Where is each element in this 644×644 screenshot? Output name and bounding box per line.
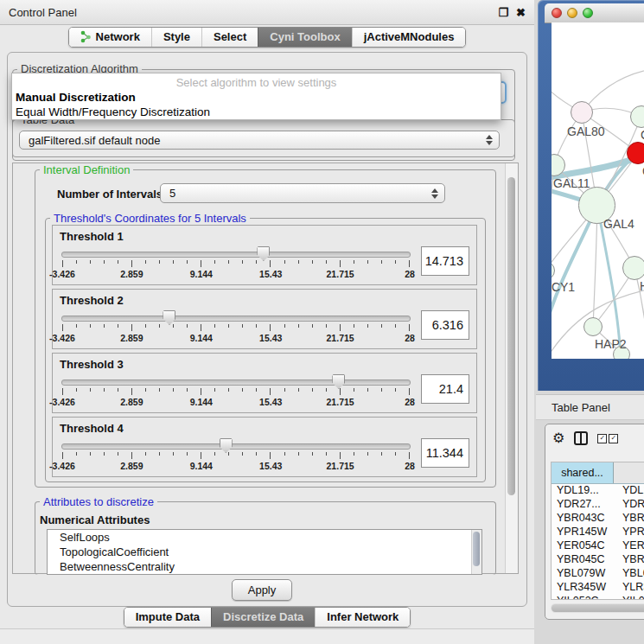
threshold-value-field[interactable]: 6.316	[421, 310, 469, 340]
node-label-gal11: GAL11	[553, 176, 590, 190]
tab-select[interactable]: Select	[201, 28, 258, 47]
cell-name: YBR0	[614, 553, 644, 567]
checkbox-checked-icon[interactable]: ✓	[597, 434, 607, 443]
table-row[interactable]: YDL19... YDL1	[552, 484, 644, 498]
column-header-name[interactable]: n	[614, 462, 644, 483]
top-tab-bar: Network Style Select Cyni Toolbox jActiv…	[0, 27, 534, 48]
table-row[interactable]: YBR043C YBR0	[552, 512, 644, 526]
tab-infer-network[interactable]: Infer Network	[315, 608, 410, 627]
cell-name: YBR0	[614, 512, 644, 526]
cell-shared-name: YPR145W	[552, 526, 614, 539]
dropdown-option-manual-discretization[interactable]: Manual Discretization	[12, 90, 501, 105]
node-hap2[interactable]	[583, 317, 603, 336]
slider-thumb[interactable]	[257, 246, 270, 261]
threshold-row: Threshold 4 -3.426 2.859 9.144 15.43 21.…	[52, 417, 477, 477]
table-row[interactable]: YER054C YER0	[552, 539, 644, 553]
checkbox-checked-icon[interactable]: ✓	[609, 434, 618, 443]
apply-button[interactable]: Apply	[232, 579, 292, 601]
tab-network-label: Network	[96, 30, 140, 43]
threshold-slider[interactable]: -3.426 2.859 9.144 15.43 21.715 28	[60, 437, 412, 475]
scale-tick-label: 28	[405, 333, 415, 343]
table-data-combobox[interactable]: galFiltered.sif default node	[19, 131, 500, 150]
scrollbar-thumb[interactable]	[473, 532, 480, 566]
slider-track[interactable]	[61, 443, 411, 450]
cell-name: YBL0	[614, 567, 644, 581]
tab-style[interactable]: Style	[151, 28, 201, 47]
list-scrollbar[interactable]	[471, 530, 481, 574]
cell-name: YDL1	[614, 484, 644, 498]
dropdown-option-equal-width-frequency[interactable]: Equal Width/Frequency Discretization	[12, 105, 501, 119]
table-row[interactable]: YDR27... YDR2	[552, 498, 644, 512]
numerical-attributes-label: Numerical Attributes	[40, 513, 150, 526]
slider-track[interactable]	[61, 316, 411, 322]
table-horizontal-scrollbar[interactable]	[551, 603, 644, 613]
table-row[interactable]: YPR145W YPR1	[552, 526, 644, 539]
threshold-slider[interactable]: -3.426 2.859 9.144 15.43 21.715 28	[60, 245, 412, 283]
close-panel-icon[interactable]: ✖	[516, 7, 526, 18]
scale-tick-label: 28	[405, 397, 415, 407]
numerical-attributes-list[interactable]: SelfLoops TopologicalCoefficient Between…	[47, 529, 482, 575]
scale-tick-label: 28	[405, 461, 415, 471]
cell-name: YER0	[614, 539, 644, 553]
cell-name: YLR3	[614, 581, 644, 595]
slider-thumb[interactable]	[332, 374, 345, 389]
scale-tick-label: 9.144	[190, 461, 213, 471]
node-gal80[interactable]	[571, 101, 593, 124]
node-selected-red[interactable]	[627, 142, 644, 164]
list-item[interactable]: TopologicalCoefficient	[48, 545, 481, 559]
number-of-intervals-label: Number of Intervals	[57, 188, 163, 201]
threshold-value-field[interactable]: 11.344	[421, 438, 469, 468]
table-row[interactable]: YBR045C YBR0	[552, 553, 644, 567]
table-row[interactable]: YIL052C YIL0	[552, 595, 644, 600]
tab-discretize-data[interactable]: Discretize Data	[211, 608, 315, 627]
network-view-window[interactable]: GAL80 GAL11 GAL4 GCY1 HAP2 H GA C	[538, 0, 644, 391]
cell-shared-name: YBR045C	[552, 553, 614, 567]
tab-cyni-toolbox-label: Cyni Toolbox	[270, 30, 340, 43]
slider-thumb[interactable]	[220, 438, 233, 453]
panel-title: Control Panel	[9, 6, 77, 19]
tab-cyni-toolbox[interactable]: Cyni Toolbox	[258, 28, 351, 47]
slider-thumb[interactable]	[163, 310, 175, 325]
split-columns-icon[interactable]	[574, 431, 588, 445]
threshold-slider[interactable]: -3.426 2.859 9.144 15.43 21.715 28	[60, 373, 412, 411]
list-item[interactable]: SelfLoops	[48, 530, 481, 545]
table-row[interactable]: YLR345W YLR3	[552, 581, 644, 595]
node-attribute-table[interactable]: shared... n YDL19... YDL1 YDR27... YDR2 …	[551, 462, 644, 600]
minimize-window-icon[interactable]	[567, 8, 577, 18]
number-of-intervals-combobox[interactable]: 5	[160, 183, 445, 203]
slider-track[interactable]	[61, 379, 411, 386]
threshold-value-field[interactable]: 14.713	[421, 246, 469, 276]
tab-impute-data[interactable]: Impute Data	[124, 608, 211, 627]
node-label-gal80: GAL80	[567, 124, 605, 138]
column-checkboxes[interactable]: ✓ ✓	[597, 434, 618, 443]
tab-network[interactable]: Network	[69, 28, 151, 47]
scale-tick-label: 21.715	[327, 333, 354, 343]
slider-ticks	[62, 452, 410, 459]
zoom-window-icon[interactable]	[583, 8, 593, 18]
node-right-edge[interactable]	[622, 256, 644, 280]
network-window-titlebar	[545, 3, 644, 23]
number-of-intervals-value: 5	[169, 187, 175, 200]
scrollbar-thumb[interactable]	[507, 177, 515, 495]
close-window-icon[interactable]	[552, 8, 562, 18]
tab-jactivemnodules-label: jActiveMNodules	[364, 30, 455, 43]
table-row[interactable]: YBL079W YBL0	[552, 567, 644, 581]
threshold-label: Threshold 4	[60, 422, 469, 435]
network-icon	[80, 30, 92, 43]
list-item[interactable]: BetweennessCentrality	[48, 559, 481, 574]
settings-vertical-scrollbar[interactable]	[505, 163, 518, 573]
threshold-slider[interactable]: -3.426 2.859 9.144 15.43 21.715 28	[60, 309, 412, 347]
slider-scale: -3.426 2.859 9.144 15.43 21.715 28	[62, 333, 410, 344]
scale-tick-label: -3.426	[49, 397, 75, 407]
scrollbar-thumb[interactable]	[552, 604, 644, 612]
column-header-shared-name[interactable]: shared...	[552, 462, 614, 483]
tab-jactivemnodules[interactable]: jActiveMNodules	[352, 28, 466, 47]
tab-impute-data-label: Impute Data	[136, 610, 200, 623]
network-canvas[interactable]: GAL80 GAL11 GAL4 GCY1 HAP2 H GA C	[552, 22, 644, 359]
cell-shared-name: YBR043C	[552, 512, 614, 526]
slider-track[interactable]	[61, 252, 411, 258]
float-window-icon[interactable]: ❐	[498, 7, 508, 18]
scale-tick-label: 15.43	[259, 269, 282, 279]
threshold-value-field[interactable]: 21.4	[421, 374, 469, 404]
gear-icon[interactable]: ⚙	[552, 431, 564, 445]
